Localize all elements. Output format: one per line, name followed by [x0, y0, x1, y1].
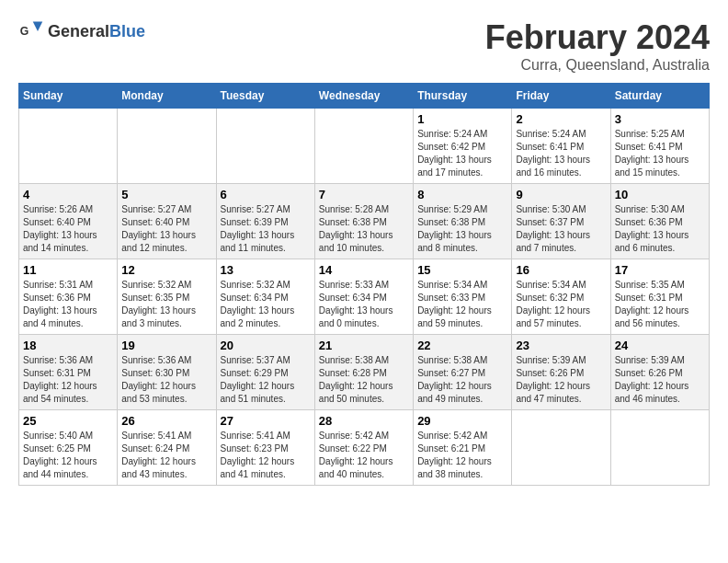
day-number: 4 — [23, 188, 113, 201]
logo-icon: G — [18, 18, 44, 44]
day-number: 2 — [516, 112, 606, 126]
calendar-cell: 7Sunrise: 5:28 AMSunset: 6:38 PMDaylight… — [314, 184, 413, 259]
day-number: 17 — [615, 263, 705, 277]
day-number: 8 — [417, 188, 507, 201]
day-number: 25 — [23, 414, 113, 428]
day-info: Sunrise: 5:42 AMSunset: 6:21 PMDaylight:… — [417, 430, 507, 481]
calendar-cell — [216, 109, 314, 184]
day-number: 13 — [221, 263, 311, 277]
day-info: Sunrise: 5:36 AMSunset: 6:31 PMDaylight:… — [23, 354, 113, 406]
day-header-thursday: Thursday — [414, 84, 512, 109]
day-info: Sunrise: 5:27 AMSunset: 6:40 PMDaylight:… — [121, 203, 211, 255]
day-info: Sunrise: 5:40 AMSunset: 6:25 PMDaylight:… — [23, 430, 113, 481]
day-header-tuesday: Tuesday — [216, 84, 314, 109]
calendar-week-row: 25Sunrise: 5:40 AMSunset: 6:25 PMDayligh… — [19, 410, 710, 486]
calendar-cell — [610, 410, 709, 486]
svg-marker-1 — [33, 22, 43, 32]
logo: G GeneralBlue — [18, 18, 145, 44]
day-info: Sunrise: 5:30 AMSunset: 6:36 PMDaylight:… — [615, 203, 705, 255]
calendar-cell: 18Sunrise: 5:36 AMSunset: 6:31 PMDayligh… — [19, 335, 118, 410]
calendar-cell: 2Sunrise: 5:24 AMSunset: 6:41 PMDaylight… — [512, 109, 610, 184]
logo-blue: Blue — [109, 22, 145, 40]
day-info: Sunrise: 5:38 AMSunset: 6:27 PMDaylight:… — [417, 354, 507, 406]
calendar-cell: 5Sunrise: 5:27 AMSunset: 6:40 PMDaylight… — [118, 184, 216, 259]
day-info: Sunrise: 5:37 AMSunset: 6:29 PMDaylight:… — [221, 354, 311, 406]
day-header-friday: Friday — [512, 84, 610, 109]
calendar-cell: 12Sunrise: 5:32 AMSunset: 6:35 PMDayligh… — [118, 259, 216, 335]
day-info: Sunrise: 5:33 AMSunset: 6:34 PMDaylight:… — [319, 279, 409, 330]
calendar-cell: 1Sunrise: 5:24 AMSunset: 6:42 PMDaylight… — [414, 109, 512, 184]
day-number: 14 — [319, 263, 409, 277]
page-header: G GeneralBlue February 2024 Curra, Queen… — [18, 18, 710, 74]
calendar-cell: 8Sunrise: 5:29 AMSunset: 6:38 PMDaylight… — [414, 184, 512, 259]
day-number: 1 — [417, 112, 507, 126]
day-number: 7 — [319, 188, 409, 201]
day-number: 9 — [516, 188, 606, 201]
day-info: Sunrise: 5:27 AMSunset: 6:39 PMDaylight:… — [221, 203, 311, 255]
day-info: Sunrise: 5:25 AMSunset: 6:41 PMDaylight:… — [615, 128, 705, 179]
day-number: 29 — [417, 414, 507, 428]
day-info: Sunrise: 5:24 AMSunset: 6:42 PMDaylight:… — [417, 128, 507, 179]
calendar-cell: 19Sunrise: 5:36 AMSunset: 6:30 PMDayligh… — [118, 335, 216, 410]
calendar-cell: 16Sunrise: 5:34 AMSunset: 6:32 PMDayligh… — [512, 259, 610, 335]
day-number: 5 — [121, 188, 211, 201]
day-info: Sunrise: 5:36 AMSunset: 6:30 PMDaylight:… — [121, 354, 211, 406]
calendar-cell: 22Sunrise: 5:38 AMSunset: 6:27 PMDayligh… — [414, 335, 512, 410]
day-header-sunday: Sunday — [19, 84, 118, 109]
calendar-cell: 25Sunrise: 5:40 AMSunset: 6:25 PMDayligh… — [19, 410, 118, 486]
calendar-cell: 17Sunrise: 5:35 AMSunset: 6:31 PMDayligh… — [610, 259, 709, 335]
day-info: Sunrise: 5:38 AMSunset: 6:28 PMDaylight:… — [319, 354, 409, 406]
day-info: Sunrise: 5:42 AMSunset: 6:22 PMDaylight:… — [319, 430, 409, 481]
day-number: 10 — [615, 188, 705, 201]
calendar-cell: 20Sunrise: 5:37 AMSunset: 6:29 PMDayligh… — [216, 335, 314, 410]
day-info: Sunrise: 5:34 AMSunset: 6:32 PMDaylight:… — [516, 279, 606, 330]
calendar-cell: 23Sunrise: 5:39 AMSunset: 6:26 PMDayligh… — [512, 335, 610, 410]
day-info: Sunrise: 5:31 AMSunset: 6:36 PMDaylight:… — [23, 279, 113, 330]
calendar-title: February 2024 — [485, 18, 710, 57]
day-info: Sunrise: 5:34 AMSunset: 6:33 PMDaylight:… — [417, 279, 507, 330]
day-info: Sunrise: 5:41 AMSunset: 6:24 PMDaylight:… — [121, 430, 211, 481]
day-number: 23 — [516, 339, 606, 352]
calendar-cell: 27Sunrise: 5:41 AMSunset: 6:23 PMDayligh… — [216, 410, 314, 486]
calendar-cell: 26Sunrise: 5:41 AMSunset: 6:24 PMDayligh… — [118, 410, 216, 486]
day-info: Sunrise: 5:32 AMSunset: 6:35 PMDaylight:… — [121, 279, 211, 330]
calendar-cell: 15Sunrise: 5:34 AMSunset: 6:33 PMDayligh… — [414, 259, 512, 335]
calendar-cell: 28Sunrise: 5:42 AMSunset: 6:22 PMDayligh… — [314, 410, 413, 486]
day-number: 20 — [221, 339, 311, 352]
day-number: 16 — [516, 263, 606, 277]
day-info: Sunrise: 5:30 AMSunset: 6:37 PMDaylight:… — [516, 203, 606, 255]
title-block: February 2024 Curra, Queensland, Austral… — [485, 18, 710, 74]
calendar-cell: 29Sunrise: 5:42 AMSunset: 6:21 PMDayligh… — [414, 410, 512, 486]
day-header-saturday: Saturday — [610, 84, 709, 109]
day-number: 12 — [121, 263, 211, 277]
day-info: Sunrise: 5:39 AMSunset: 6:26 PMDaylight:… — [516, 354, 606, 406]
day-number: 3 — [615, 112, 705, 126]
day-number: 19 — [121, 339, 211, 352]
day-info: Sunrise: 5:41 AMSunset: 6:23 PMDaylight:… — [221, 430, 311, 481]
day-number: 15 — [417, 263, 507, 277]
day-info: Sunrise: 5:26 AMSunset: 6:40 PMDaylight:… — [23, 203, 113, 255]
day-number: 28 — [319, 414, 409, 428]
calendar-cell: 14Sunrise: 5:33 AMSunset: 6:34 PMDayligh… — [314, 259, 413, 335]
day-number: 21 — [319, 339, 409, 352]
day-info: Sunrise: 5:39 AMSunset: 6:26 PMDaylight:… — [615, 354, 705, 406]
calendar-cell: 9Sunrise: 5:30 AMSunset: 6:37 PMDaylight… — [512, 184, 610, 259]
calendar-week-row: 1Sunrise: 5:24 AMSunset: 6:42 PMDaylight… — [19, 109, 710, 184]
day-number: 27 — [221, 414, 311, 428]
day-number: 18 — [23, 339, 113, 352]
logo-general: General — [48, 22, 109, 40]
calendar-cell — [314, 109, 413, 184]
day-info: Sunrise: 5:29 AMSunset: 6:38 PMDaylight:… — [417, 203, 507, 255]
day-number: 22 — [417, 339, 507, 352]
day-info: Sunrise: 5:24 AMSunset: 6:41 PMDaylight:… — [516, 128, 606, 179]
calendar-cell: 6Sunrise: 5:27 AMSunset: 6:39 PMDaylight… — [216, 184, 314, 259]
calendar-cell — [512, 410, 610, 486]
calendar-header-row: SundayMondayTuesdayWednesdayThursdayFrid… — [19, 84, 710, 109]
day-header-monday: Monday — [118, 84, 216, 109]
day-number: 26 — [121, 414, 211, 428]
day-header-wednesday: Wednesday — [314, 84, 413, 109]
calendar-cell: 24Sunrise: 5:39 AMSunset: 6:26 PMDayligh… — [610, 335, 709, 410]
day-info: Sunrise: 5:35 AMSunset: 6:31 PMDaylight:… — [615, 279, 705, 330]
calendar-week-row: 11Sunrise: 5:31 AMSunset: 6:36 PMDayligh… — [19, 259, 710, 335]
calendar-cell: 21Sunrise: 5:38 AMSunset: 6:28 PMDayligh… — [314, 335, 413, 410]
